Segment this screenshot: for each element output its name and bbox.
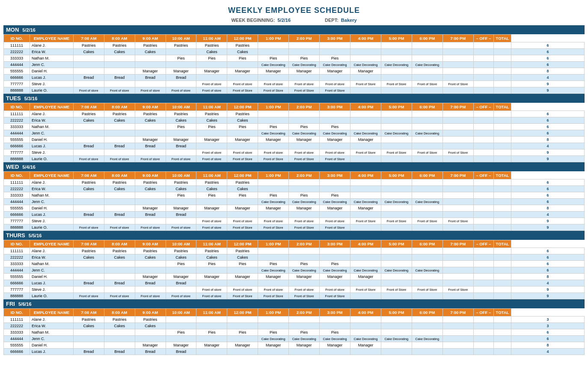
slot-15: 6 bbox=[511, 130, 584, 137]
employee-name: Jenn C. bbox=[30, 336, 74, 342]
slot-3: Pastries bbox=[166, 179, 196, 186]
table-row: 333333Nathan M.PiesPiesPiesPiesPiesPies6 bbox=[4, 329, 585, 336]
slot-2: Manager bbox=[135, 342, 166, 349]
table-row: 111111Alane J.PastriesPastriesPastriesPa… bbox=[4, 248, 585, 254]
slot-7 bbox=[289, 323, 320, 329]
slot-15: 4 bbox=[511, 143, 584, 149]
slot-3: Front of store bbox=[166, 87, 196, 94]
header-row: ID NO.EMPLOYEE NAME7:00 AM8:00 AM9:00 AM… bbox=[4, 309, 585, 316]
slot-4 bbox=[196, 62, 227, 68]
slot-6 bbox=[258, 117, 289, 124]
employee-id: 555555 bbox=[4, 342, 30, 349]
col-header-15: – OFF – bbox=[473, 172, 493, 179]
col-header-8: 1:00 PM bbox=[258, 309, 289, 316]
slot-0 bbox=[73, 130, 104, 137]
slot-1 bbox=[104, 81, 135, 87]
slot-0 bbox=[73, 137, 104, 143]
employee-id: 333333 bbox=[4, 124, 30, 130]
slot-2: Bread bbox=[135, 143, 166, 149]
slot-12 bbox=[442, 55, 473, 62]
slot-0 bbox=[73, 192, 104, 199]
table-row: 666666Lucas J.BreadBreadBreadBread4 bbox=[4, 143, 585, 149]
slot-14 bbox=[494, 205, 511, 212]
slot-8 bbox=[320, 212, 350, 218]
slot-0: Pastries bbox=[73, 111, 104, 117]
slot-3: Pastries bbox=[166, 42, 196, 49]
employee-id: 111111 bbox=[4, 248, 30, 254]
slot-9 bbox=[350, 117, 381, 124]
page-title: WEEKLY EMPLOYEE SCHEDULE bbox=[3, 2, 585, 18]
employee-id: 333333 bbox=[4, 329, 30, 336]
slot-9 bbox=[350, 212, 381, 218]
slot-6: Manager bbox=[258, 342, 289, 349]
slot-8: Pies bbox=[320, 124, 350, 130]
employee-id: 222222 bbox=[4, 254, 30, 261]
employee-id: 333333 bbox=[4, 261, 30, 267]
slot-15: 6 bbox=[511, 248, 584, 254]
slot-13 bbox=[473, 342, 493, 349]
table-row: 888888Laurie O.Front of storeFront of st… bbox=[4, 87, 585, 94]
col-header-15: – OFF – bbox=[473, 309, 493, 316]
col-header-16: TOTAL bbox=[494, 35, 511, 42]
slot-15: 6 bbox=[511, 111, 584, 117]
col-header-13: 6:00 PM bbox=[412, 240, 442, 248]
slot-12 bbox=[442, 254, 473, 261]
slot-4 bbox=[196, 199, 227, 205]
slot-8 bbox=[320, 179, 350, 186]
slot-13 bbox=[473, 81, 493, 87]
slot-11 bbox=[412, 156, 442, 162]
col-header-2: 7:00 AM bbox=[73, 103, 104, 111]
slot-11 bbox=[412, 329, 442, 336]
slot-11 bbox=[412, 212, 442, 218]
slot-8: Front of store bbox=[320, 149, 350, 156]
employee-name: Daniel H. bbox=[30, 342, 74, 349]
slot-2: Front of store bbox=[135, 156, 166, 162]
slot-13 bbox=[473, 156, 493, 162]
slot-5 bbox=[227, 336, 258, 342]
week-value: 5/2/16 bbox=[277, 18, 291, 23]
slot-8: Front of Store bbox=[320, 156, 350, 162]
slot-11 bbox=[412, 186, 442, 192]
employee-id: 222222 bbox=[4, 49, 30, 55]
slot-10: Cake Decorating bbox=[381, 267, 412, 274]
slot-3 bbox=[166, 287, 196, 293]
slot-5: Pastries bbox=[227, 111, 258, 117]
slot-5: Pies bbox=[227, 192, 258, 199]
slot-15: 9 bbox=[511, 218, 584, 224]
slot-7 bbox=[289, 179, 320, 186]
slot-12: Front of Store bbox=[442, 149, 473, 156]
slot-12 bbox=[442, 42, 473, 49]
slot-4 bbox=[196, 280, 227, 287]
slot-8 bbox=[320, 349, 350, 355]
slot-13 bbox=[473, 329, 493, 336]
slot-14 bbox=[494, 137, 511, 143]
slot-14 bbox=[494, 75, 511, 81]
slot-4: Pastries bbox=[196, 248, 227, 254]
slot-14 bbox=[494, 267, 511, 274]
col-header-0: ID NO. bbox=[4, 35, 30, 42]
slot-11 bbox=[412, 261, 442, 267]
col-header-13: 6:00 PM bbox=[412, 172, 442, 179]
slot-15: 6 bbox=[511, 329, 584, 336]
slot-6: Front of store bbox=[258, 218, 289, 224]
slot-6 bbox=[258, 111, 289, 117]
slot-6: Cake Decorating bbox=[258, 62, 289, 68]
slot-8: Pies bbox=[320, 261, 350, 267]
table-row: 222222Erica W.CakesCakesCakesCakesCakes6 bbox=[4, 49, 585, 55]
day-name: MON bbox=[6, 27, 19, 33]
slot-12 bbox=[442, 75, 473, 81]
slot-14 bbox=[494, 179, 511, 186]
slot-5: Front of Store bbox=[227, 224, 258, 231]
slot-14 bbox=[494, 329, 511, 336]
slot-9: Cake Decorating bbox=[350, 336, 381, 342]
slot-0: Front of store bbox=[73, 293, 104, 299]
slot-1: Bread bbox=[104, 280, 135, 287]
slot-13 bbox=[473, 261, 493, 267]
slot-11 bbox=[412, 42, 442, 49]
slot-10 bbox=[381, 137, 412, 143]
employee-id: 666666 bbox=[4, 349, 30, 355]
col-header-14: 7:00 PM bbox=[442, 103, 473, 111]
slot-2: Bread bbox=[135, 75, 166, 81]
slot-0: Pastries bbox=[73, 248, 104, 254]
table-row: 333333Nathan M.PiesPiesPiesPiesPiesPies6 bbox=[4, 55, 585, 62]
